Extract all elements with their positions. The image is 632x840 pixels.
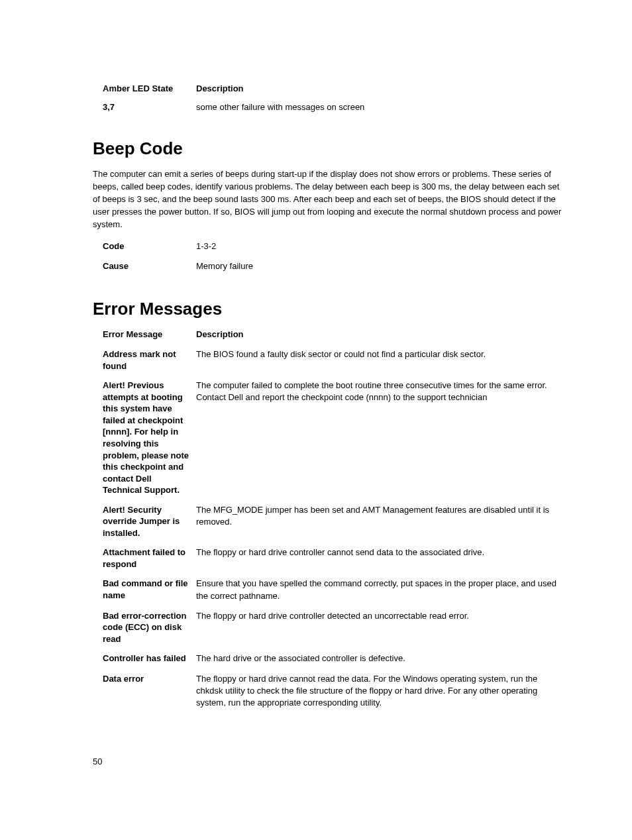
page-number: 50 [93,757,566,766]
header-amber-led-state: Amber LED State [103,83,196,95]
heading-error-messages: Error Messages [93,299,566,319]
error-message-desc: Ensure that you have spelled the command… [196,578,566,602]
table-row: Attachment failed to respond The floppy … [103,547,566,570]
error-messages-table: Error Message Description Address mark n… [93,329,566,717]
error-message-desc: The BIOS found a faulty disk sector or c… [196,348,566,372]
error-message-name: Bad error-correction code (ECC) on disk … [103,610,196,645]
table-row: Alert! Previous attempts at booting this… [103,380,566,496]
error-message-desc: The hard drive or the associated control… [196,653,566,664]
error-message-desc: The MFG_MODE jumper has been set and AMT… [196,504,566,539]
error-message-name: Data error [103,673,196,709]
table-row: Address mark not found The BIOS found a … [103,348,566,372]
error-message-desc: The floppy or hard drive cannot read the… [196,673,566,709]
beep-code-value: 1-3-2 [196,240,566,252]
document-page: Amber LED State Description 3,7 some oth… [0,0,632,806]
beep-code-intro: The computer can emit a series of beeps … [93,168,566,231]
table-row: Alert! Security override Jumper is insta… [103,504,566,539]
table-row: Bad error-correction code (ECC) on disk … [103,610,566,645]
beep-code-table: Code 1-3-2 Cause Memory failure [93,240,566,280]
table-row: Bad command or file name Ensure that you… [103,578,566,602]
error-message-desc: The computer failed to complete the boot… [196,380,566,496]
error-message-name: Controller has failed [103,653,196,664]
amber-led-description-value: some other failure with messages on scre… [196,101,566,113]
beep-cause-value: Memory failure [196,260,566,272]
header-error-message: Error Message [103,329,196,341]
table-row: Data error The floppy or hard drive cann… [103,673,566,709]
header-description: Description [196,329,566,341]
table-row: Controller has failed The hard drive or … [103,653,566,664]
error-message-name: Alert! Previous attempts at booting this… [103,380,196,496]
header-description: Description [196,83,566,95]
table-header-row: Error Message Description [103,329,566,341]
error-message-name: Address mark not found [103,348,196,372]
error-message-name: Attachment failed to respond [103,547,196,570]
error-message-name: Alert! Security override Jumper is insta… [103,504,196,539]
error-message-desc: The floppy or hard drive controller cann… [196,547,566,570]
heading-beep-code: Beep Code [93,138,566,159]
error-message-desc: The floppy or hard drive controller dete… [196,610,566,645]
beep-cause-label: Cause [103,260,196,272]
error-message-name: Bad command or file name [103,578,196,602]
amber-led-table: Amber LED State Description 3,7 some oth… [93,83,566,120]
table-row: Cause Memory failure [103,260,566,272]
table-row: Code 1-3-2 [103,240,566,252]
table-row: 3,7 some other failure with messages on … [103,101,566,113]
amber-led-state-value: 3,7 [103,101,196,113]
table-header-row: Amber LED State Description [103,83,566,95]
beep-code-label: Code [103,240,196,252]
